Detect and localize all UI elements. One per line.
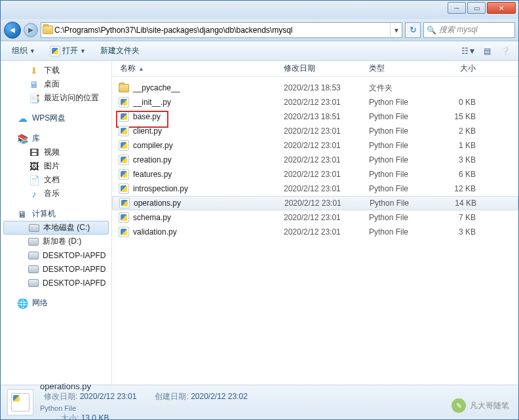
sidebar-item-wps[interactable]: ☁WPS网盘 [1,111,111,125]
pictures-icon: 🖼 [28,161,40,172]
content-area: ⬇下载 🖥桌面 📑最近访问的位置 ☁WPS网盘 📚库 🎞视频 🖼图片 📄文档 ♪… [1,61,518,385]
python-file-icon [119,155,129,165]
organize-menu[interactable]: 组织▼ [6,43,41,59]
watermark: ✎ 凡大哥随笔 [452,398,509,413]
file-name: compiler.py [133,141,173,150]
sidebar-item-drive-d[interactable]: 新加卷 (D:) [1,235,111,248]
maximize-button[interactable]: ▭ [467,2,486,14]
address-field-wrap[interactable]: ▾ [41,22,402,38]
sidebar-item-desktop[interactable]: 🖥桌面 [1,77,111,91]
file-row[interactable]: __pycache__2020/2/13 18:53文件夹 [112,81,518,95]
titlebar[interactable]: ─ ▭ ✕ [1,1,518,19]
sidebar-item-recent[interactable]: 📑最近访问的位置 [1,91,111,105]
column-header-size[interactable]: 大小 [434,63,480,74]
address-input[interactable] [54,23,390,37]
column-header-date[interactable]: 修改日期 [280,63,365,74]
search-field[interactable]: 🔍 搜索 mysql [423,22,515,38]
python-icon [11,393,29,411]
details-pane: operations.py 修改日期: 2020/2/12 23:01 创建日期… [1,385,518,419]
file-row[interactable]: __init__.py2020/2/12 23:01Python File0 K… [112,95,518,109]
sidebar-item-net3[interactable]: DESKTOP-IAPFD [1,276,111,290]
refresh-button[interactable]: ↻ [405,22,421,38]
python-file-icon [119,111,129,122]
file-row[interactable]: creation.py2020/2/12 23:01Python File3 K… [112,153,518,167]
help-button[interactable]: ❔ [497,44,513,58]
new-folder-button[interactable]: 新建文件夹 [94,43,145,59]
file-size: 15 KB [434,112,480,121]
file-size: 2 KB [434,126,480,136]
python-file-icon [119,183,129,194]
file-name: client.py [133,126,162,136]
file-name: __init__.py [133,98,171,107]
file-row[interactable]: validation.py2020/2/12 23:01Python File3… [112,225,518,239]
sidebar-item-net1[interactable]: DESKTOP-IAPFD [1,248,111,262]
preview-pane-button[interactable]: ▤ [479,44,495,58]
forward-button[interactable]: ► [24,23,38,37]
back-button[interactable]: ◄ [4,22,21,39]
sidebar-item-downloads[interactable]: ⬇下载 [1,64,111,77]
sidebar-item-libraries[interactable]: 📚库 [1,132,111,145]
videos-icon: 🎞 [28,147,40,158]
close-button[interactable]: ✕ [487,2,516,14]
sidebar-item-network[interactable]: 🌐网络 [1,296,111,310]
documents-icon: 📄 [28,175,40,185]
folder-icon [41,26,54,34]
file-type: Python File [365,170,434,179]
navigation-sidebar[interactable]: ⬇下载 🖥桌面 📑最近访问的位置 ☁WPS网盘 📚库 🎞视频 🖼图片 📄文档 ♪… [1,61,112,385]
file-size: 6 KB [434,170,480,179]
file-row[interactable]: client.py2020/2/12 23:01Python File2 KB [112,124,518,138]
sidebar-item-drive-c[interactable]: 本地磁盘 (C:) [3,221,109,235]
file-date: 2020/2/12 23:01 [280,227,365,237]
sidebar-item-pictures[interactable]: 🖼图片 [1,159,111,173]
file-row[interactable]: introspection.py2020/2/12 23:01Python Fi… [112,181,518,196]
open-menu[interactable]: 打开▼ [44,43,92,59]
search-placeholder: 搜索 mysql [439,24,478,35]
sidebar-item-documents[interactable]: 📄文档 [1,173,111,187]
file-type: Python File [365,184,434,193]
file-list[interactable]: __pycache__2020/2/13 18:53文件夹__init__.py… [112,77,518,385]
chevron-down-icon: ▼ [80,48,86,54]
file-date: 2020/2/12 23:01 [280,155,365,164]
file-type: Python File [365,126,434,136]
column-header-type[interactable]: 类型 [365,63,434,74]
recent-icon: 📑 [28,93,40,104]
file-type: Python File [365,227,434,237]
file-date: 2020/2/13 18:51 [280,112,365,121]
sidebar-item-videos[interactable]: 🎞视频 [1,145,111,159]
network-drive-icon [28,279,39,287]
file-type: Python File [365,213,434,222]
python-file-icon [119,97,129,107]
python-icon [50,46,60,56]
column-header-name[interactable]: 名称▲ [116,63,280,74]
file-name: operations.py [134,199,181,208]
python-file-icon [119,126,129,136]
minimize-button[interactable]: ─ [448,2,466,14]
file-row[interactable]: schema.py2020/2/12 23:01Python File7 KB [112,210,518,225]
file-type: Python File [365,98,434,107]
file-size: 7 KB [434,213,480,222]
file-row[interactable]: base.py2020/2/13 18:51Python File15 KB [112,109,518,124]
file-date: 2020/2/12 23:01 [280,199,366,208]
file-name: validation.py [133,227,177,237]
file-date: 2020/2/12 23:01 [280,126,365,136]
column-headers[interactable]: 名称▲ 修改日期 类型 大小 [112,61,518,77]
file-row[interactable]: operations.py2020/2/12 23:01Python File1… [112,196,518,210]
python-file-icon [119,140,129,151]
explorer-window: ─ ▭ ✕ ◄ ► ▾ ↻ 🔍 搜索 mysql 组织▼ 打开▼ 新建文件夹 ☷… [0,0,519,420]
file-name: creation.py [133,155,172,164]
sidebar-item-computer[interactable]: 🖥计算机 [1,207,111,221]
wechat-icon: ✎ [452,398,466,413]
sidebar-item-music[interactable]: ♪音乐 [1,187,111,200]
file-row[interactable]: features.py2020/2/12 23:01Python File6 K… [112,167,518,181]
address-dropdown[interactable]: ▾ [390,23,402,37]
python-file-icon [119,198,130,208]
chevron-down-icon: ▼ [29,48,35,54]
computer-icon: 🖥 [16,209,28,220]
file-name: schema.py [133,213,171,222]
file-name: features.py [133,170,172,179]
view-options-button[interactable]: ☷ ▼ [461,44,476,58]
sidebar-item-net2[interactable]: DESKTOP-IAPFD [1,262,111,276]
file-row[interactable]: compiler.py2020/2/12 23:01Python File1 K… [112,138,518,153]
desktop-icon: 🖥 [28,79,40,90]
libraries-icon: 📚 [16,134,28,144]
